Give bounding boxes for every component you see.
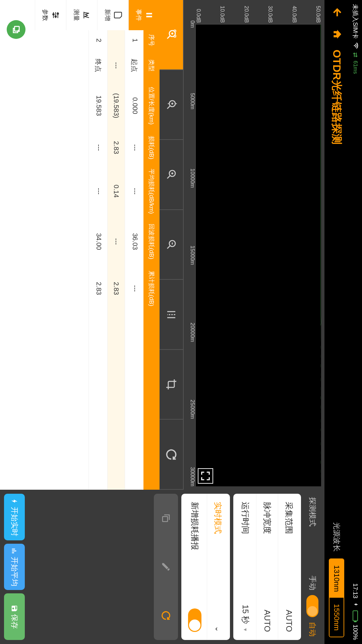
latency: 61ms bbox=[352, 61, 358, 74]
start-average-button[interactable]: 开始平均 bbox=[4, 544, 25, 590]
y-tick: 30.0dB bbox=[267, 1, 273, 23]
action-buttons: 开始实时 开始平均 保存 bbox=[4, 494, 25, 640]
crop-button[interactable] bbox=[160, 350, 183, 420]
wifi-icon bbox=[351, 42, 360, 49]
table-header: 序号 类型 位置/长度(km) 损耗(dB) 平均损耗(dB/km) 回波损耗(… bbox=[143, 30, 160, 490]
svg-line-33 bbox=[167, 36, 170, 39]
x-tick: 10000m bbox=[189, 168, 195, 188]
detection-params-card: 采集范围 AUTO 脉冲宽度 AUTO 运行时间 15 秒▼ bbox=[233, 494, 301, 640]
svg-point-53 bbox=[57, 13, 58, 14]
y-axis: 50.0dB 40.0dB 30.0dB 20.0dB 10.0dB 0.0dB bbox=[184, 0, 324, 24]
svg-line-45 bbox=[167, 246, 170, 249]
clock: 17:13 bbox=[352, 583, 359, 598]
tab-params[interactable]: 参数 bbox=[35, 0, 66, 30]
svg-line-37 bbox=[167, 106, 170, 109]
zoom-in-button[interactable] bbox=[160, 140, 183, 210]
charging-icon bbox=[351, 602, 360, 607]
markers-button[interactable] bbox=[160, 280, 183, 350]
wavelength-1550[interactable]: 1550nm bbox=[329, 598, 344, 637]
trace-line bbox=[320, 24, 321, 484]
tab-measure[interactable]: 测量 bbox=[66, 0, 97, 30]
svg-rect-50 bbox=[146, 13, 152, 14]
svg-rect-61 bbox=[12, 550, 16, 551]
param-realtime[interactable]: 实时模式 ⌄ bbox=[207, 494, 229, 640]
x-tick: 5000m bbox=[189, 93, 195, 109]
svg-rect-13 bbox=[320, 396, 321, 399]
wavelength-1310[interactable]: 1310nm bbox=[329, 559, 344, 598]
table-row[interactable]: 2 终点 19.583 --- --- 34.00 2.83 bbox=[88, 30, 107, 490]
chevron-down-icon: ▼ bbox=[243, 627, 248, 632]
svg-rect-51 bbox=[146, 16, 152, 17]
svg-rect-20 bbox=[320, 429, 321, 431]
param-runtime[interactable]: 运行时间 15 秒▼ bbox=[235, 494, 256, 640]
table-area: 事件 新增 测量 参数 bbox=[0, 0, 160, 490]
mode-label: 探测模式 bbox=[307, 497, 317, 571]
loss-broadcast-toggle[interactable] bbox=[188, 608, 201, 632]
fullscreen-button[interactable] bbox=[198, 468, 213, 484]
x-tick: 25000m bbox=[189, 399, 195, 419]
realtime-params-card: 实时模式 ⌄ 新增损耗播报 bbox=[181, 494, 230, 640]
y-tick: 50.0dB bbox=[315, 1, 321, 23]
x-tick: 15000m bbox=[189, 246, 195, 265]
x-axis: 0m 5000m 10000m 15000m 20000m 25000m 300… bbox=[184, 24, 195, 486]
mode-auto-label: 自动 bbox=[307, 622, 317, 637]
start-realtime-button[interactable]: 开始实时 bbox=[4, 494, 25, 540]
chart-plot[interactable] bbox=[195, 24, 321, 486]
svg-rect-62 bbox=[12, 552, 14, 553]
page-title: OTDR光纤链路探测 bbox=[329, 50, 344, 512]
zoom-out-button[interactable] bbox=[160, 210, 183, 280]
param-range[interactable]: 采集范围 AUTO bbox=[278, 494, 300, 640]
x-tick: 20000m bbox=[189, 323, 195, 342]
x-tick: 30000m bbox=[189, 467, 195, 486]
y-tick: 0.0dB bbox=[195, 1, 201, 23]
otdr-chart: 50.0dB 40.0dB 30.0dB 20.0dB 10.0dB 0.0dB bbox=[184, 0, 324, 490]
svg-rect-6 bbox=[320, 364, 321, 367]
mode-toggle[interactable] bbox=[306, 595, 318, 617]
swap-icon: ⇄ bbox=[352, 52, 359, 57]
param-pulse[interactable]: 脉冲宽度 AUTO bbox=[256, 494, 278, 640]
events-table: 序号 类型 位置/长度(km) 损耗(dB) 平均损耗(dB/km) 回波损耗(… bbox=[0, 30, 160, 490]
copy-icon[interactable] bbox=[159, 511, 173, 526]
tab-events[interactable]: 事件 bbox=[128, 0, 160, 30]
svg-rect-27 bbox=[320, 461, 321, 464]
status-bar: 未插入SIM卡 ⇄ 61ms 17:13 100% bbox=[349, 0, 362, 644]
y-tick: 10.0dB bbox=[219, 1, 225, 23]
right-panel: 探测模式 手动 自动 采集范围 AUTO 脉冲宽度 AUTO 运行时间 bbox=[0, 490, 324, 644]
edit-icon[interactable] bbox=[159, 559, 173, 574]
table-row[interactable]: --- (19.583) 2.83 0.14 --- 2.83 bbox=[107, 30, 125, 490]
svg-point-55 bbox=[55, 16, 56, 17]
battery-percent: 100% bbox=[352, 625, 359, 640]
table-row[interactable]: 1 起点 0.000 --- --- 36.03 --- bbox=[125, 30, 143, 490]
app-header: OTDR光纤链路探测 光源波长 1310nm 1550nm bbox=[324, 0, 349, 644]
chevron-down-icon: ⌄ bbox=[214, 626, 222, 632]
reset-button[interactable] bbox=[160, 420, 183, 490]
sim-status: 未插入SIM卡 bbox=[351, 4, 359, 39]
svg-rect-60 bbox=[12, 549, 15, 550]
mode-manual-label: 手动 bbox=[307, 576, 317, 590]
svg-point-57 bbox=[53, 14, 54, 15]
home-button[interactable] bbox=[330, 29, 343, 40]
chart-toolbar bbox=[160, 0, 184, 490]
battery-icon bbox=[353, 610, 358, 621]
svg-line-41 bbox=[167, 176, 170, 178]
zoom-vertical-button[interactable] bbox=[160, 70, 183, 140]
y-tick: 40.0dB bbox=[291, 1, 297, 23]
y-tick: 20.0dB bbox=[243, 1, 249, 23]
param-loss-broadcast: 新增损耗播报 bbox=[183, 494, 207, 640]
svg-rect-59 bbox=[163, 517, 168, 522]
fab-button[interactable] bbox=[7, 20, 25, 39]
back-button[interactable] bbox=[330, 7, 343, 19]
zoom-horizontal-button[interactable] bbox=[160, 0, 183, 70]
wavelength-tabs: 1310nm 1550nm bbox=[329, 558, 344, 637]
quick-tools bbox=[154, 494, 178, 640]
tab-new[interactable]: 新增 bbox=[97, 0, 128, 30]
wavelength-label: 光源波长 bbox=[331, 522, 342, 552]
x-tick: 0m bbox=[189, 20, 195, 28]
mode-toggle-row: 探测模式 手动 自动 bbox=[304, 494, 320, 640]
save-button[interactable]: 保存 bbox=[4, 593, 25, 640]
refresh-icon[interactable] bbox=[159, 608, 173, 623]
